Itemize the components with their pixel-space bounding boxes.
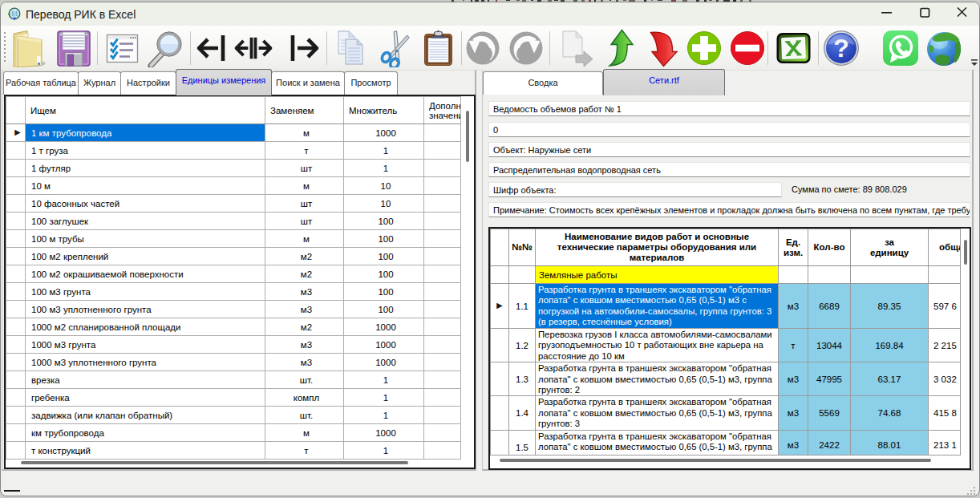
svg-text:?: ?	[833, 34, 849, 63]
